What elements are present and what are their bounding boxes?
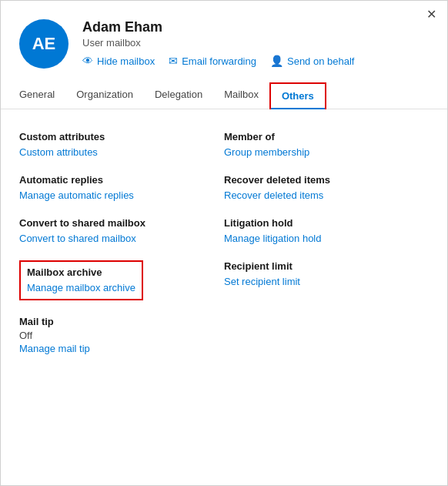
send-on-behalf-action[interactable]: 👤 Send on behalf	[270, 55, 354, 67]
tab-general[interactable]: General	[19, 82, 65, 109]
recover-deleted-items-link[interactable]: Recover deleted items	[224, 189, 323, 201]
member-of-title: Member of	[224, 131, 421, 142]
mailbox-archive-highlight: Mailbox archive Manage mailbox archive	[19, 260, 143, 300]
custom-attributes-link[interactable]: Custom attributes	[19, 146, 98, 158]
litigation-hold-title: Litigation hold	[224, 217, 421, 229]
mail-tip-title: Mail tip	[19, 316, 421, 327]
tab-organization[interactable]: Organization	[65, 82, 144, 109]
recipient-limit-link[interactable]: Set recipient limit	[224, 276, 300, 287]
person-icon: 👤	[270, 55, 283, 67]
recipient-limit-section: Recipient limit Set recipient limit	[224, 253, 429, 308]
user-name: Adam Eham	[82, 19, 429, 35]
eye-icon: 👁	[82, 55, 93, 67]
email-icon: ✉	[169, 55, 178, 67]
custom-attributes-title: Custom attributes	[19, 131, 216, 142]
mailbox-archive-link[interactable]: Manage mailbox archive	[27, 282, 135, 293]
tabs: General Organization Delegation Mailbox …	[1, 82, 447, 109]
automatic-replies-title: Automatic replies	[19, 174, 216, 186]
user-info: Adam Eham User mailbox 👁 Hide mailbox ✉ …	[82, 19, 429, 67]
automatic-replies-link[interactable]: Manage automatic replies	[19, 189, 134, 201]
mail-tip-value: Off	[19, 330, 421, 341]
convert-to-shared-title: Convert to shared mailbox	[19, 217, 216, 229]
sections-grid: Custom attributes Custom attributes Memb…	[19, 123, 429, 363]
content: Custom attributes Custom attributes Memb…	[1, 109, 447, 381]
tab-delegation[interactable]: Delegation	[144, 82, 213, 109]
hide-mailbox-label: Hide mailbox	[97, 55, 155, 67]
send-on-behalf-label: Send on behalf	[287, 55, 354, 67]
custom-attributes-section: Custom attributes Custom attributes	[19, 123, 224, 166]
tab-others[interactable]: Others	[269, 82, 326, 109]
panel: ✕ AE Adam Eham User mailbox 👁 Hide mailb…	[0, 0, 448, 486]
litigation-hold-section: Litigation hold Manage litigation hold	[224, 209, 429, 253]
convert-to-shared-section: Convert to shared mailbox Convert to sha…	[19, 209, 224, 253]
user-type: User mailbox	[82, 37, 429, 49]
recover-deleted-items-section: Recover deleted items Recover deleted it…	[224, 166, 429, 209]
convert-to-shared-link[interactable]: Convert to shared mailbox	[19, 233, 136, 244]
mail-tip-link[interactable]: Manage mail tip	[19, 343, 90, 354]
email-forwarding-action[interactable]: ✉ Email forwarding	[169, 55, 256, 67]
header: AE Adam Eham User mailbox 👁 Hide mailbox…	[1, 1, 447, 69]
email-forwarding-label: Email forwarding	[182, 55, 256, 67]
mailbox-archive-title: Mailbox archive	[27, 266, 135, 278]
header-actions: 👁 Hide mailbox ✉ Email forwarding 👤 Send…	[82, 55, 429, 67]
automatic-replies-section: Automatic replies Manage automatic repli…	[19, 166, 224, 209]
recover-deleted-items-title: Recover deleted items	[224, 174, 421, 186]
member-of-section: Member of Group membership	[224, 123, 429, 166]
tab-mailbox[interactable]: Mailbox	[213, 82, 269, 109]
member-of-link[interactable]: Group membership	[224, 146, 309, 158]
hide-mailbox-action[interactable]: 👁 Hide mailbox	[82, 55, 155, 67]
recipient-limit-title: Recipient limit	[224, 260, 421, 272]
mail-tip-section: Mail tip Off Manage mail tip	[19, 308, 429, 363]
litigation-hold-link[interactable]: Manage litigation hold	[224, 233, 321, 244]
avatar: AE	[19, 19, 69, 69]
mailbox-archive-section: Mailbox archive Manage mailbox archive	[19, 253, 224, 308]
close-button[interactable]: ✕	[426, 8, 436, 21]
